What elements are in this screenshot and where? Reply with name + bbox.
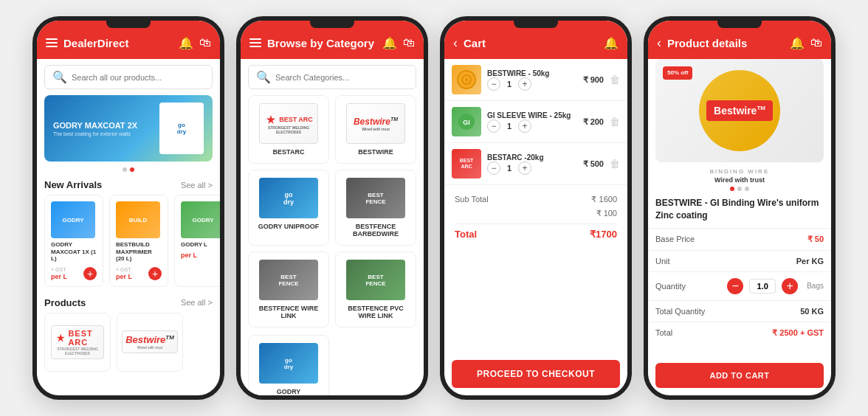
add-btn-1[interactable]: + <box>83 267 97 280</box>
delete-icon-1[interactable]: 🗑 <box>610 74 620 86</box>
cart-item-info-3: BESTARC -20kg − 1 + <box>487 153 574 175</box>
qty-plus-3[interactable]: + <box>518 162 531 175</box>
dot-2 <box>130 167 134 172</box>
category-extra[interactable]: godry GODRY <box>248 335 329 395</box>
category-search-input[interactable] <box>275 73 408 82</box>
total-value: ₹1700 <box>590 229 617 240</box>
product-card-1: GODRY GODRY MAXCOAT 1X (1 L) + GST per L… <box>44 195 103 287</box>
qty-minus-2[interactable]: − <box>487 119 500 133</box>
cart-item-info-2: GI SLEEVE WIRE - 25kg − 1 + <box>487 111 574 133</box>
bestwire-category-img: BestwireTM Wired with trust <box>346 103 405 144</box>
products-title: Products <box>44 297 86 308</box>
qty-control: − + Bags <box>727 278 824 294</box>
see-all-new-arrivals[interactable]: See all > <box>181 181 213 190</box>
bestwire-detail-logo-box: BestwireTM <box>706 100 773 121</box>
category-godry[interactable]: godry GODRY UNIPROOF <box>248 170 329 246</box>
bell-icon-2[interactable]: 🔔 <box>382 36 397 50</box>
category-search-bar[interactable]: 🔍 <box>248 65 416 89</box>
category-extra-text: godry <box>284 357 293 370</box>
cart-price-3: ₹ 500 <box>583 159 604 169</box>
cart-price-2: ₹ 200 <box>583 117 604 127</box>
bestfence-bw-category-img: BESTFENCE <box>346 178 405 218</box>
qty-plus-2[interactable]: + <box>518 119 531 133</box>
product-img-2: BUILD <box>116 201 160 238</box>
total-qty-label: Total Quantity <box>655 307 705 316</box>
add-to-cart-button[interactable]: ADD TO CART <box>655 363 824 388</box>
category-bestfence-wl[interactable]: BESTFENCE BESTFENCE WIRE LINK <box>248 252 329 327</box>
gst-label-2: + GST <box>116 267 131 272</box>
phone2-header: Browse by Category 🔔 🛍 <box>241 21 424 59</box>
detail-total-row: Total ₹ 2500 + GST <box>648 322 831 344</box>
bell-icon[interactable]: 🔔 <box>179 36 193 50</box>
brand-card-bestarc[interactable]: BEST ARC STRONGEST WELDING ELECTRODES <box>44 313 111 372</box>
bestwire-category-name: BESTWIRE <box>358 148 393 156</box>
phone1-header: DealerDirect 🔔 🛍 <box>37 21 220 59</box>
delete-icon-2[interactable]: 🗑 <box>610 116 620 128</box>
category-grid-more: godry GODRY <box>241 335 424 395</box>
cart-summary: Sub Total ₹ 1600 ₹ 100 Total ₹1700 <box>444 185 627 249</box>
category-bestwire[interactable]: BestwireTM Wired with trust BESTWIRE <box>335 95 416 164</box>
godry-category-name: GODRY UNIPROOF <box>258 223 320 230</box>
product-img-3: GODRY <box>181 201 220 238</box>
search-bar[interactable]: 🔍 <box>44 65 213 89</box>
add-btn-2[interactable]: + <box>148 267 162 280</box>
qty-minus-3[interactable]: − <box>487 162 500 175</box>
bell-icon-3[interactable]: 🔔 <box>604 36 619 50</box>
detail-dot-1 <box>730 187 734 191</box>
bestfence-wl-category-img: BESTFENCE <box>259 260 318 300</box>
back-icon-detail[interactable]: ‹ <box>657 35 661 51</box>
qty-decrease-btn[interactable]: − <box>727 278 743 294</box>
brand-card-bestwire[interactable]: BestwireTM Wired with trust <box>117 313 183 372</box>
qty-val-3: 1 <box>503 164 515 173</box>
qty-val-1: 1 <box>503 80 515 89</box>
menu-icon[interactable] <box>46 38 58 47</box>
cart-item-img-3: BESTARC <box>452 149 481 178</box>
qty-minus-1[interactable]: − <box>487 77 500 91</box>
qty-increase-btn[interactable]: + <box>782 278 798 294</box>
svg-text:GI: GI <box>463 119 470 126</box>
bestarc-category-name: BESTARC <box>273 148 305 156</box>
menu-icon-2[interactable] <box>249 38 261 47</box>
cart-icon-4[interactable]: 🛍 <box>810 36 822 49</box>
banner-subtext: The best coating for exterior walls <box>53 131 137 136</box>
bestwire-text: BestwireTM <box>125 334 174 345</box>
product-card-2: BUILD BESTBUILD MAXPRIMER (20 L) + GST p… <box>109 195 168 287</box>
banner-text: GODRY MAXCOAT 2X The best coating for ex… <box>53 121 137 136</box>
product-name-3: GODRY L <box>181 241 220 249</box>
phone3-header: ‹ Cart 🔔 <box>444 21 627 59</box>
bestarc-star-icon <box>55 330 66 345</box>
product-name-1: GODRY MAXCOAT 1X (1 L) <box>51 241 97 263</box>
product-img-inner: BestwireTM <box>699 70 780 151</box>
bags-label: Bags <box>807 282 824 290</box>
godry-cat-text: godry <box>283 191 294 206</box>
detail-dot-2 <box>737 187 742 191</box>
cart-icon-2[interactable]: 🛍 <box>403 36 415 49</box>
bell-icon-4[interactable]: 🔔 <box>790 36 805 50</box>
cart-icon[interactable]: 🛍 <box>199 36 211 49</box>
category-bestarc[interactable]: BEST ARC STRONGEST WELDING ELECTRODES BE… <box>248 95 329 164</box>
back-icon-cart[interactable]: ‹ <box>453 35 458 51</box>
app-title: DealerDirect <box>63 37 173 49</box>
checkout-button[interactable]: PROCEED TO CHECKOUT <box>452 360 620 388</box>
bestfence-bw-text: BESTFENCE <box>365 192 385 205</box>
bestarc-cat-text: BEST ARC <box>279 116 313 123</box>
see-all-products[interactable]: See all > <box>181 298 213 307</box>
sub-total-row: Sub Total ₹ 1600 <box>455 193 617 207</box>
category-bestfence-bw[interactable]: BESTFENCE BESTFENCE BARBEDWIRE <box>335 170 416 246</box>
category-bestfence-pvc[interactable]: BESTFENCE BESTFENCE PVC WIRE LINK <box>335 252 416 327</box>
category-extra-name: GODRY <box>277 388 301 395</box>
bestfence-wl-text: BESTFENCE <box>278 274 298 287</box>
qty-plus-1[interactable]: + <box>518 77 531 91</box>
base-price-row: Base Price ₹ 50 <box>648 228 831 250</box>
banner: GODRY MAXCOAT 2X The best coating for ex… <box>44 95 213 162</box>
cart-item-info-1: BESTWIRE - 50kg − 1 + <box>487 69 574 91</box>
search-input[interactable] <box>72 73 204 82</box>
phone-product-detail: ‹ Product details 🔔 🛍 50% off BestwireTM… <box>644 16 836 400</box>
phones-container: DealerDirect 🔔 🛍 🔍 GODRY MAXCOAT 2X The … <box>32 16 836 400</box>
qty-input[interactable] <box>749 279 776 294</box>
delete-icon-3[interactable]: 🗑 <box>610 158 620 170</box>
bestarc-sub: STRONGEST WELDING ELECTRODES <box>55 347 100 356</box>
unit-row: Unit Per KG <box>648 250 831 271</box>
banner-product-img: godry <box>159 103 204 154</box>
phone3-scroll: BESTWIRE - 50kg − 1 + ₹ 900 🗑 GI <box>444 59 627 353</box>
